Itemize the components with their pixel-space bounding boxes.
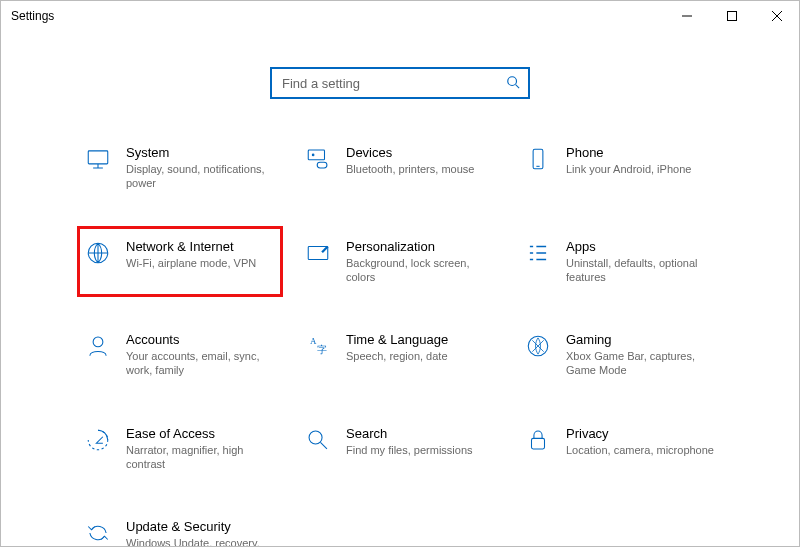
- svg-point-5: [312, 154, 314, 156]
- item-desc: Narrator, magnifier, high contrast: [126, 443, 276, 472]
- item-desc: Display, sound, notifications, power: [126, 162, 276, 191]
- item-title: Search: [346, 426, 473, 441]
- item-update-security[interactable]: Update & Security Windows Update, recove…: [80, 513, 280, 546]
- item-desc: Wi-Fi, airplane mode, VPN: [126, 256, 256, 270]
- item-title: Apps: [566, 239, 716, 254]
- item-title: Phone: [566, 145, 691, 160]
- item-time-language[interactable]: A字 Time & Language Speech, region, date: [300, 326, 500, 384]
- search-input[interactable]: [280, 75, 506, 92]
- item-privacy[interactable]: Privacy Location, camera, microphone: [520, 420, 720, 478]
- svg-point-9: [93, 337, 103, 347]
- item-title: Privacy: [566, 426, 714, 441]
- time-language-icon: A字: [304, 332, 332, 360]
- window-title: Settings: [1, 9, 664, 23]
- item-gaming[interactable]: Gaming Xbox Game Bar, captures, Game Mod…: [520, 326, 720, 384]
- item-desc: Your accounts, email, sync, work, family: [126, 349, 276, 378]
- item-desc: Speech, region, date: [346, 349, 448, 363]
- settings-window: Settings S: [0, 0, 800, 547]
- item-desc: Link your Android, iPhone: [566, 162, 691, 176]
- phone-icon: [524, 145, 552, 173]
- item-desc: Location, camera, microphone: [566, 443, 714, 457]
- globe-icon: [84, 239, 112, 267]
- search-category-icon: [304, 426, 332, 454]
- minimize-button[interactable]: [664, 1, 709, 31]
- item-title: Network & Internet: [126, 239, 256, 254]
- svg-rect-14: [532, 438, 545, 449]
- svg-point-1: [508, 76, 517, 85]
- svg-text:字: 字: [317, 344, 327, 355]
- item-devices[interactable]: Devices Bluetooth, printers, mouse: [300, 139, 500, 197]
- apps-icon: [524, 239, 552, 267]
- system-icon: [84, 145, 112, 173]
- update-icon: [84, 519, 112, 546]
- item-title: Accounts: [126, 332, 276, 347]
- item-title: Ease of Access: [126, 426, 276, 441]
- devices-icon: [304, 145, 332, 173]
- item-desc: Windows Update, recovery, backup: [126, 536, 276, 546]
- close-button[interactable]: [754, 1, 799, 31]
- item-title: Update & Security: [126, 519, 276, 534]
- search-icon: [506, 75, 520, 92]
- search-wrap: [270, 67, 530, 99]
- item-desc: Find my files, permissions: [346, 443, 473, 457]
- titlebar: Settings: [1, 1, 799, 31]
- item-system[interactable]: System Display, sound, notifications, po…: [80, 139, 280, 197]
- item-title: Personalization: [346, 239, 496, 254]
- item-desc: Background, lock screen, colors: [346, 256, 496, 285]
- gaming-icon: [524, 332, 552, 360]
- item-network[interactable]: Network & Internet Wi-Fi, airplane mode,…: [77, 226, 283, 298]
- svg-point-13: [309, 431, 322, 444]
- item-personalization[interactable]: Personalization Background, lock screen,…: [300, 233, 500, 291]
- item-title: Devices: [346, 145, 474, 160]
- settings-grid: System Display, sound, notifications, po…: [80, 139, 720, 546]
- item-title: System: [126, 145, 276, 160]
- content-area: System Display, sound, notifications, po…: [1, 31, 799, 546]
- item-search[interactable]: Search Find my files, permissions: [300, 420, 500, 478]
- item-desc: Bluetooth, printers, mouse: [346, 162, 474, 176]
- item-title: Gaming: [566, 332, 716, 347]
- svg-rect-2: [88, 151, 108, 164]
- svg-rect-3: [308, 150, 324, 160]
- svg-text:A: A: [310, 337, 317, 347]
- accounts-icon: [84, 332, 112, 360]
- maximize-button[interactable]: [709, 1, 754, 31]
- item-desc: Xbox Game Bar, captures, Game Mode: [566, 349, 716, 378]
- privacy-icon: [524, 426, 552, 454]
- item-ease-of-access[interactable]: Ease of Access Narrator, magnifier, high…: [80, 420, 280, 478]
- item-phone[interactable]: Phone Link your Android, iPhone: [520, 139, 720, 197]
- item-accounts[interactable]: Accounts Your accounts, email, sync, wor…: [80, 326, 280, 384]
- item-desc: Uninstall, defaults, optional features: [566, 256, 716, 285]
- search-box[interactable]: [270, 67, 530, 99]
- svg-rect-4: [317, 162, 327, 168]
- item-title: Time & Language: [346, 332, 448, 347]
- personalization-icon: [304, 239, 332, 267]
- item-apps[interactable]: Apps Uninstall, defaults, optional featu…: [520, 233, 720, 291]
- ease-of-access-icon: [84, 426, 112, 454]
- svg-rect-0: [727, 12, 736, 21]
